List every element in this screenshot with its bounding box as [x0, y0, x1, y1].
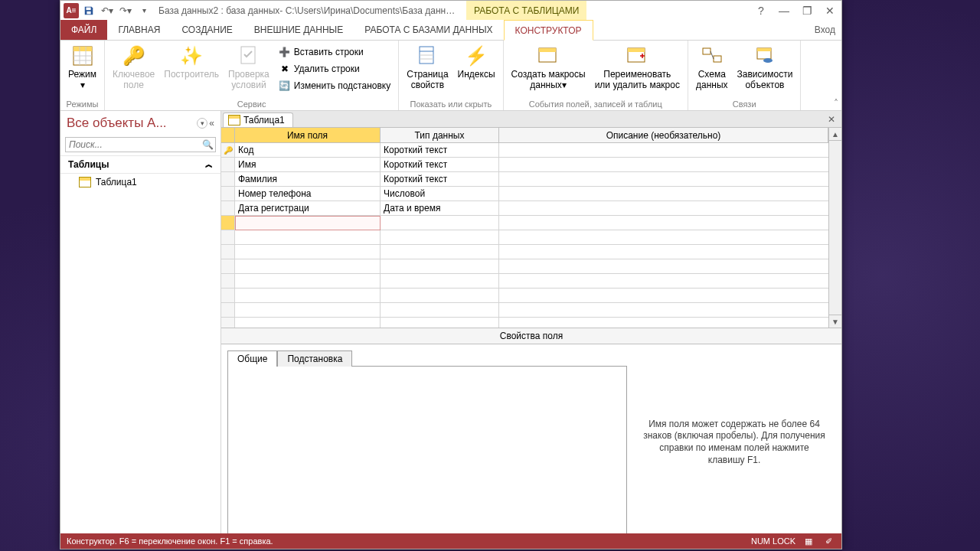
column-data-type[interactable]: Тип данных [381, 128, 499, 143]
cell-field-name[interactable] [235, 230, 381, 245]
nav-search-input[interactable] [66, 138, 200, 152]
cell-field-name[interactable]: Код [235, 143, 381, 158]
cell-description[interactable] [499, 187, 841, 201]
table-row[interactable] [221, 245, 841, 259]
table-row[interactable]: Номер телефонаЧисловой [221, 187, 841, 201]
login-link[interactable]: Вход [808, 20, 841, 40]
nav-item-table1[interactable]: Таблица1 [60, 174, 220, 191]
cell-data-type[interactable] [381, 289, 499, 303]
delete-rows-button[interactable]: ✖Удалить строки [276, 60, 394, 77]
view-datasheet-icon[interactable]: ▦ [802, 534, 815, 548]
row-selector[interactable] [221, 245, 235, 259]
close-document-icon[interactable]: ✕ [825, 112, 838, 126]
tab-design[interactable]: КОНСТРУКТОР [504, 20, 593, 41]
cell-description[interactable] [499, 230, 841, 245]
property-sheet-button[interactable]: Страница свойств [403, 42, 451, 93]
minimize-button[interactable]: — [773, 1, 795, 20]
tab-file[interactable]: ФАЙЛ [60, 20, 107, 40]
row-selector[interactable] [221, 289, 235, 303]
column-field-name[interactable]: Имя поля [235, 128, 381, 143]
close-button[interactable]: ✕ [818, 1, 841, 20]
tab-create[interactable]: СОЗДАНИЕ [171, 20, 243, 40]
cell-data-type[interactable] [381, 318, 499, 328]
row-selector[interactable] [221, 172, 235, 187]
props-panel[interactable] [227, 366, 627, 540]
help-icon[interactable]: ? [750, 1, 773, 20]
row-selector[interactable] [221, 274, 235, 289]
qat-customize-icon[interactable]: ▾ [136, 2, 152, 19]
row-selector[interactable] [221, 303, 235, 318]
props-tab-lookup[interactable]: Подстановка [277, 350, 352, 367]
table-row[interactable] [221, 289, 841, 303]
row-selector[interactable]: 🔑 [221, 143, 235, 158]
table-row[interactable] [221, 274, 841, 289]
relationships-button[interactable]: Схема данных [693, 42, 731, 93]
nav-menu-icon[interactable]: ▾ [197, 118, 207, 129]
cell-description[interactable] [499, 245, 841, 259]
cell-description[interactable] [499, 318, 841, 328]
table-row[interactable] [221, 318, 841, 328]
cell-description[interactable] [499, 303, 841, 318]
cell-data-type[interactable] [381, 230, 499, 245]
cell-data-type[interactable] [381, 216, 499, 230]
cell-field-name[interactable]: Фамилия [235, 172, 381, 187]
table-row[interactable] [221, 230, 841, 245]
cell-field-name[interactable] [235, 216, 381, 230]
table-row[interactable] [221, 303, 841, 318]
scroll-up-icon[interactable]: ▲ [829, 128, 841, 141]
table-row[interactable]: ФамилияКороткий текст [221, 172, 841, 187]
row-selector-header[interactable] [221, 128, 235, 143]
cell-data-type[interactable] [381, 245, 499, 259]
cell-field-name[interactable]: Дата регистраци [235, 201, 381, 216]
row-selector[interactable] [221, 216, 235, 230]
redo-icon[interactable]: ↷▾ [117, 2, 134, 19]
column-description[interactable]: Описание (необязательно) [499, 128, 828, 143]
row-selector[interactable] [221, 187, 235, 201]
rename-delete-macro-button[interactable]: Переименовать или удалить макрос [592, 42, 683, 93]
cell-field-name[interactable] [235, 245, 381, 259]
cell-description[interactable] [499, 172, 841, 187]
row-selector[interactable] [221, 318, 235, 328]
props-tab-general[interactable]: Общие [227, 350, 277, 367]
cell-description[interactable] [499, 274, 841, 289]
table-row[interactable]: ИмяКороткий текст [221, 158, 841, 172]
cell-data-type[interactable] [381, 274, 499, 289]
row-selector[interactable] [221, 201, 235, 216]
cell-data-type[interactable] [381, 303, 499, 318]
indexes-button[interactable]: ⚡ Индексы [455, 42, 498, 82]
view-button[interactable]: Режим▾ [65, 42, 100, 93]
create-data-macros-button[interactable]: Создать макросы данных▾ [508, 42, 589, 93]
search-icon[interactable]: 🔍 [200, 138, 215, 152]
table-row[interactable] [221, 216, 841, 230]
cell-field-name[interactable] [235, 303, 381, 318]
cell-field-name[interactable]: Имя [235, 158, 381, 172]
table-row[interactable]: Дата регистрациДата и время [221, 201, 841, 216]
cell-description[interactable] [499, 143, 841, 158]
row-selector[interactable] [221, 230, 235, 245]
object-dependencies-button[interactable]: Зависимости объектов [734, 42, 796, 93]
view-design-icon[interactable]: ✐ [822, 534, 835, 548]
tab-external-data[interactable]: ВНЕШНИЕ ДАННЫЕ [243, 20, 354, 40]
cell-data-type[interactable]: Короткий текст [381, 143, 499, 158]
cell-field-name[interactable] [235, 318, 381, 328]
cell-data-type[interactable]: Короткий текст [381, 172, 499, 187]
cell-description[interactable] [499, 289, 841, 303]
cell-field-name[interactable] [235, 274, 381, 289]
tab-home[interactable]: ГЛАВНАЯ [107, 20, 171, 40]
restore-button[interactable]: ❐ [795, 1, 818, 20]
document-tab[interactable]: Таблица1 [223, 112, 293, 127]
cell-description[interactable] [499, 201, 841, 216]
modify-lookup-button[interactable]: 🔄Изменить подстановку [276, 77, 394, 94]
table-row[interactable]: 🔑КодКороткий текст [221, 143, 841, 158]
save-icon[interactable] [80, 2, 97, 19]
row-selector[interactable] [221, 259, 235, 274]
cell-data-type[interactable] [381, 259, 499, 274]
vertical-scrollbar[interactable]: ▲ ▼ [828, 128, 841, 328]
tab-database-tools[interactable]: РАБОТА С БАЗАМИ ДАННЫХ [354, 20, 503, 40]
undo-icon[interactable]: ↶▾ [99, 2, 116, 19]
cell-field-name[interactable] [235, 289, 381, 303]
cell-field-name[interactable] [235, 259, 381, 274]
cell-description[interactable] [499, 216, 841, 230]
scroll-down-icon[interactable]: ▼ [829, 315, 841, 328]
row-selector[interactable] [221, 158, 235, 172]
